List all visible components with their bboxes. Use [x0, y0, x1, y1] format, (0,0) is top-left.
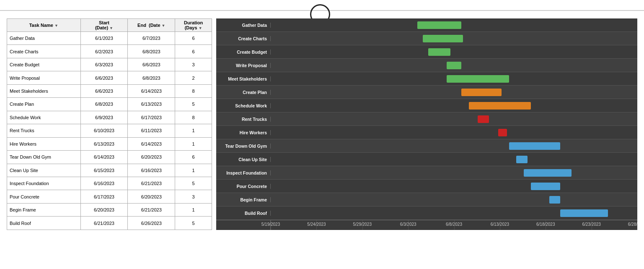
cell-taskname: Tear Down Old Gym: [7, 151, 81, 164]
cell-taskname: Create Charts: [7, 45, 81, 58]
cell-end: 6/21/2023: [128, 203, 175, 216]
cell-end: 6/17/2023: [128, 111, 175, 124]
table-row: Create Budget 6/3/2023 6/6/2023 3: [7, 58, 212, 71]
cell-duration: 8: [175, 111, 212, 124]
cell-start: 6/21/2023: [80, 217, 128, 230]
cell-duration: 8: [175, 84, 212, 97]
gantt-bar: [478, 115, 489, 123]
cell-start: 6/9/2023: [80, 111, 128, 124]
gantt-chart-area: [271, 153, 637, 166]
cell-end: 6/20/2023: [128, 151, 175, 164]
gantt-chart-area: [271, 166, 637, 180]
gantt-row-label: Schedule Work: [216, 103, 271, 108]
gantt-row: Schedule Work: [216, 99, 637, 112]
gantt-row: Begin Frame: [216, 193, 637, 206]
gantt-bar: [549, 196, 560, 204]
cell-taskname: Pour Concrete: [7, 190, 81, 203]
cell-taskname: Write Proposal: [7, 71, 81, 84]
cell-end: 6/14/2023: [128, 137, 175, 150]
cell-taskname: Build Roof: [7, 217, 81, 230]
cell-taskname: Hire Workers: [7, 137, 81, 150]
cell-end: 6/11/2023: [128, 124, 175, 137]
cell-start: 6/14/2023: [80, 151, 128, 164]
cell-duration: 6: [175, 151, 212, 164]
gantt-chart-area: [271, 45, 637, 59]
axis-grid-line: [408, 220, 409, 230]
gantt-rows: Gather DataCreate ChartsCreate BudgetWri…: [216, 18, 637, 220]
end-filter-icon[interactable]: ▼: [162, 24, 166, 28]
gantt-row-label: Create Budget: [216, 50, 271, 55]
gantt-row-label: Gather Data: [216, 23, 271, 28]
gantt-axis: 5/19/20235/24/20235/29/20236/3/20236/8/2…: [271, 220, 637, 230]
gantt-bar: [516, 156, 527, 163]
gantt-chart-area: [271, 72, 637, 86]
cell-duration: 1: [175, 203, 212, 216]
duration-filter-icon[interactable]: ▼: [199, 26, 202, 30]
table-row: Create Charts 6/2/2023 6/8/2023 6: [7, 45, 212, 58]
gantt-row-label: Rent Trucks: [216, 117, 271, 122]
gantt-chart-area: [271, 59, 637, 72]
cell-end: 6/20/2023: [128, 190, 175, 203]
cell-duration: 3: [175, 190, 212, 203]
cell-end: 6/8/2023: [128, 71, 175, 84]
cell-start: 6/6/2023: [80, 71, 128, 84]
cell-duration: 1: [175, 164, 212, 177]
cell-start: 6/10/2023: [80, 124, 128, 137]
gantt-row-label: Write Proposal: [216, 63, 271, 68]
gantt-row: Meet Stakeholders: [216, 72, 637, 86]
main-container: Task Name ▼ Start(Date) ▼ End (Date ▼ Du…: [0, 14, 644, 234]
gantt-row-label: Begin Frame: [216, 197, 271, 202]
axis-grid-line: [592, 220, 592, 230]
gantt-bar: [417, 21, 461, 29]
cell-end: 6/6/2023: [128, 58, 175, 71]
cell-taskname: Inspect Foundation: [7, 177, 81, 190]
cell-duration: 5: [175, 98, 212, 111]
gantt-row-label: Inspect Foundation: [216, 170, 271, 175]
cell-taskname: Rent Trucks: [7, 124, 81, 137]
gantt-bar: [498, 129, 507, 136]
gantt-row: Create Charts: [216, 32, 637, 45]
cell-start: 6/15/2023: [80, 164, 128, 177]
gantt-row: Create Plan: [216, 86, 637, 99]
cell-start: 6/6/2023: [80, 84, 128, 97]
axis-grid-line: [546, 220, 546, 230]
gantt-row: Pour Concrete: [216, 180, 637, 193]
cell-duration: 2: [175, 71, 212, 84]
gantt-row-label: Pour Concrete: [216, 184, 271, 189]
axis-grid-line: [316, 220, 317, 230]
cell-taskname: Create Plan: [7, 98, 81, 111]
cell-duration: 5: [175, 217, 212, 230]
table-row: Write Proposal 6/6/2023 6/8/2023 2: [7, 71, 212, 84]
taskname-filter-icon[interactable]: ▼: [54, 24, 58, 28]
cell-start: 6/16/2023: [80, 177, 128, 190]
cell-duration: 5: [175, 177, 212, 190]
gantt-row: Tear Down Old Gym: [216, 139, 637, 153]
col-header-start: Start(Date) ▼: [80, 19, 128, 32]
cell-taskname: Schedule Work: [7, 111, 81, 124]
gantt-row-label: Tear Down Old Gym: [216, 144, 271, 149]
task-table: Task Name ▼ Start(Date) ▼ End (Date ▼ Du…: [7, 18, 212, 230]
gantt-bar: [509, 142, 561, 150]
gantt-bar: [447, 62, 461, 69]
cell-end: 6/8/2023: [128, 45, 175, 58]
table-row: Gather Data 6/1/2023 6/7/2023 6: [7, 32, 212, 45]
axis-label: 6/28/2023: [628, 222, 637, 227]
gantt-row: Hire Workers: [216, 126, 637, 139]
cell-taskname: Create Budget: [7, 58, 81, 71]
gantt-chart-area: [271, 32, 637, 45]
gantt-row-label: Create Plan: [216, 90, 271, 95]
cell-start: 6/3/2023: [80, 58, 128, 71]
gantt-row: Inspect Foundation: [216, 166, 637, 180]
table-row: Rent Trucks 6/10/2023 6/11/2023 1: [7, 124, 212, 137]
cell-start: 6/13/2023: [80, 137, 128, 150]
gantt-row: Clean Up Site: [216, 153, 637, 166]
gantt-row-label: Meet Stakeholders: [216, 76, 271, 81]
start-filter-icon[interactable]: ▼: [109, 26, 113, 30]
gantt-bar: [531, 183, 560, 190]
gantt-row-label: Create Charts: [216, 36, 271, 41]
table-row: Schedule Work 6/9/2023 6/17/2023 8: [7, 111, 212, 124]
gantt-container: Gather DataCreate ChartsCreate BudgetWri…: [216, 18, 637, 230]
cell-taskname: Clean Up Site: [7, 164, 81, 177]
gantt-row-label: Hire Workers: [216, 130, 271, 135]
table-row: Inspect Foundation 6/16/2023 6/21/2023 5: [7, 177, 212, 190]
